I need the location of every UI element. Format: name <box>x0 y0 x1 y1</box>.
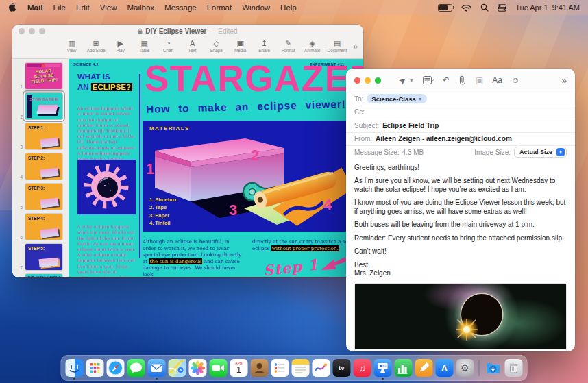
window-controls[interactable] <box>19 28 45 34</box>
close-button[interactable] <box>354 77 360 84</box>
menu-item-mail[interactable]: Mail <box>27 3 42 12</box>
zoom-button[interactable] <box>375 77 381 84</box>
from-field[interactable]: From: Aileen Zeigen - aileen.zeigen@iclo… <box>346 132 575 146</box>
play-button[interactable]: ▶Play <box>109 39 132 53</box>
dock-photos[interactable] <box>189 359 207 377</box>
slide-canvas[interactable]: SCIENCE 4.2 EXPERIMENT #11 WHAT IS AN EC… <box>69 59 363 277</box>
shape-button[interactable]: ◇Shape <box>205 39 228 53</box>
running-indicator <box>156 378 158 380</box>
minimize-button[interactable] <box>29 28 35 34</box>
message-body[interactable]: Greetings, earthlings! As I’m sure you a… <box>346 159 575 278</box>
sun-eclipse-illustration <box>77 160 136 214</box>
dock-launchpad[interactable] <box>86 359 104 377</box>
add-slide-button[interactable]: ⊞Add Slide <box>84 39 108 53</box>
control-center-icon[interactable] <box>498 4 506 12</box>
dock-apple-tv[interactable]: tv <box>333 359 351 377</box>
cc-field[interactable]: Cc: <box>346 106 575 119</box>
mail-toolbar[interactable]: ➤ ▼ ↶ ▣ Aa ☺ » <box>346 69 575 92</box>
menu-item-window[interactable]: Window <box>242 3 270 12</box>
window-title: DIY Eclipse Viewer <box>145 27 206 35</box>
eclipse-photo-attachment[interactable] <box>354 283 567 351</box>
text-icon: A <box>184 39 201 47</box>
menu-item-format[interactable]: Format <box>207 3 232 12</box>
chevron-down-icon: ▼ <box>418 97 422 101</box>
text-button[interactable]: AText <box>181 39 204 53</box>
toolbar-overflow-icon[interactable]: » <box>353 42 358 51</box>
wifi-icon[interactable] <box>461 4 471 12</box>
dock-maps[interactable] <box>169 359 186 377</box>
chevron-down-icon[interactable]: ▼ <box>409 78 414 83</box>
menu-item-edit[interactable]: Edit <box>76 3 90 12</box>
dock-contacts[interactable] <box>251 359 269 377</box>
send-icon[interactable]: ➤ <box>397 75 408 86</box>
running-indicator <box>382 378 384 380</box>
subject-field[interactable]: Subject: Eclipse Field Trip <box>346 119 575 132</box>
dock-music[interactable]: ♫ <box>354 359 371 377</box>
dock-safari[interactable] <box>107 359 125 377</box>
animate-button[interactable]: ◈Animate <box>301 39 324 53</box>
dock-messages[interactable] <box>127 359 145 377</box>
dock-calendar[interactable]: APR1 <box>230 359 248 377</box>
share-button[interactable]: ↥Share <box>253 39 276 53</box>
slide-thumbnail-4[interactable]: 4 STEP 2: <box>16 153 69 180</box>
document-button[interactable]: ▤Document <box>325 39 350 53</box>
format-icon[interactable]: Aa <box>492 76 502 84</box>
heading-highlight: ECLIPSE? <box>91 83 132 91</box>
slide-thumbnail-1[interactable]: 1 SOLAR ECLIPSE FIELD TRIP! <box>16 62 69 90</box>
shape-icon: ◇ <box>208 39 225 47</box>
view-button[interactable]: ▥View <box>60 39 84 53</box>
toolbar-overflow-icon[interactable]: » <box>562 75 567 86</box>
minimize-button[interactable] <box>365 77 371 84</box>
menu-item-file[interactable]: File <box>53 3 66 12</box>
size-row: Message Size:4.3 MB Image Size: Actual S… <box>346 145 575 159</box>
menu-item-help[interactable]: Help <box>280 3 297 12</box>
menu-clock[interactable]: Tue Apr 1 9:41 AM <box>515 3 580 12</box>
dock-pages[interactable] <box>415 359 433 377</box>
dock-facetime[interactable] <box>210 359 228 377</box>
format-button[interactable]: ✎Format <box>277 39 300 53</box>
dock-reminders[interactable] <box>271 359 289 377</box>
apple-menu[interactable] <box>8 2 17 14</box>
undo-icon[interactable]: ↶ <box>443 76 450 84</box>
slide-thumbnail-2-selected[interactable]: 2 STARGAZER <box>16 92 69 120</box>
dock-keynote[interactable] <box>374 359 392 377</box>
dock-system-settings[interactable]: ⚙ <box>456 359 474 377</box>
menu-item-message[interactable]: Message <box>164 3 197 12</box>
chart-button[interactable]: ◔Chart <box>157 39 180 53</box>
apple-icon <box>8 2 17 12</box>
table-button[interactable]: ▦Table <box>133 39 156 53</box>
dock-mail[interactable] <box>148 359 166 377</box>
dock-freeform[interactable] <box>313 359 330 377</box>
slide-thumbnail-3[interactable]: 3 STEP 1: <box>16 123 69 150</box>
keynote-titlebar[interactable]: DIY Eclipse Viewer — Edited <box>12 25 363 37</box>
slide-thumbnail-5[interactable]: 5 STEP 3: <box>16 183 69 210</box>
tv-label: tv <box>339 365 345 371</box>
menu-item-mailbox[interactable]: Mailbox <box>127 3 154 12</box>
emoji-icon[interactable]: ☺ <box>511 76 519 84</box>
dock-trash[interactable] <box>505 359 523 377</box>
body-paragraph: Reminder: Every student needs to bring t… <box>354 234 567 243</box>
close-button[interactable] <box>19 28 25 34</box>
dock-numbers[interactable] <box>395 359 413 377</box>
search-icon[interactable] <box>480 3 489 12</box>
battery-icon[interactable] <box>438 4 452 12</box>
header-fields-icon[interactable] <box>423 76 434 84</box>
insert-photo-icon[interactable]: ▣ <box>476 76 483 84</box>
zoom-button[interactable] <box>39 28 45 34</box>
dock-app-store[interactable]: A <box>436 359 454 377</box>
to-field[interactable]: To: Science-Class▼ <box>346 92 575 106</box>
paperclip-icon[interactable] <box>458 75 467 85</box>
window-controls[interactable] <box>354 77 381 84</box>
menu-item-view[interactable]: View <box>100 3 117 12</box>
slide-thumbnail-7[interactable]: 7 STEP 5: <box>16 243 69 271</box>
media-button[interactable]: ▣Media <box>229 39 252 53</box>
dock-downloads-folder[interactable] <box>485 359 502 377</box>
chart-icon: ◔ <box>160 39 177 47</box>
recipient-token[interactable]: Science-Class▼ <box>367 94 427 103</box>
slide-thumbnail-6[interactable]: 6 STEP 4: <box>16 213 69 240</box>
image-size-select[interactable]: Actual Size ▲▼ <box>514 147 567 158</box>
slide-thumbnail-8[interactable]: 8 DID YOU KNOW <box>16 273 69 277</box>
dock-notes[interactable] <box>292 359 310 377</box>
music-note-icon: ♫ <box>359 363 366 373</box>
dock-finder[interactable] <box>66 359 84 377</box>
